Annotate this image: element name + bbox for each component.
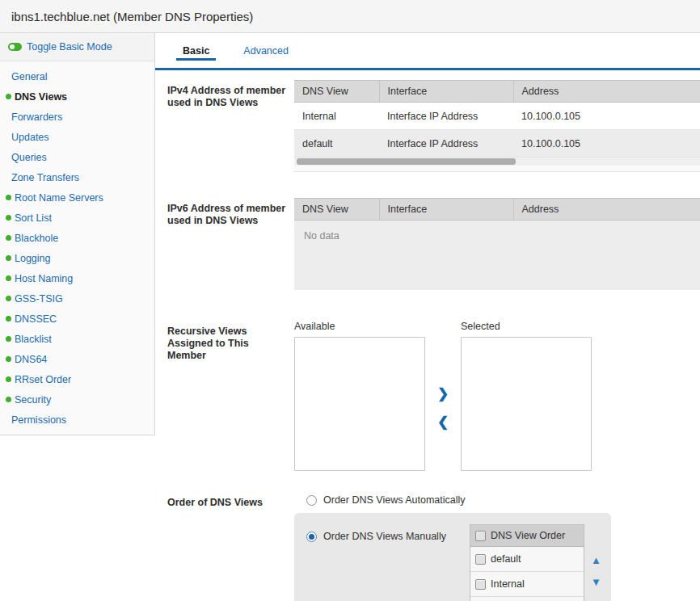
status-dot-icon <box>6 215 11 221</box>
sidebar-item-label: General <box>11 71 47 82</box>
sidebar-item-label: Security <box>15 394 51 406</box>
sidebar: Toggle Basic Mode General DNS Views Forw… <box>0 33 155 435</box>
status-dot-icon <box>6 275 11 281</box>
status-dot-icon <box>6 195 11 200</box>
no-data-text: No data <box>304 230 339 242</box>
sidebar-item-label: Forwarders <box>11 111 62 123</box>
sidebar-item-root-name-servers[interactable]: Root Name Servers <box>0 187 154 208</box>
sidebar-item-label: Sort List <box>15 212 52 224</box>
cell-dns-view: Internal <box>294 103 379 130</box>
window-titlebar: ibns1.techblue.net (Member DNS Propertie… <box>0 0 700 33</box>
order-row-label: default <box>491 553 521 565</box>
sidebar-item-gss-tsig[interactable]: GSS-TSIG <box>0 288 154 309</box>
selected-listbox[interactable] <box>461 337 592 471</box>
row-checkbox[interactable] <box>475 554 486 565</box>
tab-underline <box>155 68 700 70</box>
sidebar-item-label: Permissions <box>11 414 66 426</box>
status-dot-icon <box>6 316 11 322</box>
status-dot-icon <box>6 336 11 342</box>
move-right-button[interactable]: ❯ <box>437 387 449 401</box>
sidebar-item-security[interactable]: Security <box>0 389 154 410</box>
ipv4-col-interface[interactable]: Interface <box>379 81 513 103</box>
ipv4-table: DNS View Interface Address Internal Inte… <box>294 80 700 158</box>
sidebar-item-label: DNS Views <box>15 91 67 103</box>
sidebar-item-permissions[interactable]: Permissions <box>0 410 154 430</box>
toggle-basic-mode-button[interactable]: Toggle Basic Mode <box>0 33 154 61</box>
order-section: Order of DNS Views Order DNS Views Autom… <box>155 492 700 601</box>
order-section-label: Order of DNS Views <box>167 492 287 601</box>
sidebar-item-zone-transfers[interactable]: Zone Transfers <box>0 167 154 187</box>
ipv6-col-interface[interactable]: Interface <box>379 199 513 221</box>
sidebar-item-rrset-order[interactable]: RRset Order <box>0 369 154 389</box>
ipv4-col-dns-view[interactable]: DNS View <box>294 81 379 103</box>
sidebar-item-dnssec[interactable]: DNSSEC <box>0 309 154 329</box>
toggle-on-icon <box>8 43 22 51</box>
cell-address: 10.100.0.105 <box>513 103 700 130</box>
sidebar-item-sort-list[interactable]: Sort List <box>0 208 154 228</box>
sidebar-item-host-naming[interactable]: Host Naming <box>0 268 154 288</box>
sidebar-item-queries[interactable]: Queries <box>0 147 154 167</box>
order-auto-option[interactable]: Order DNS Views Automatically <box>306 492 700 508</box>
order-table-header: DNS View Order <box>470 525 584 547</box>
tab-bar: Basic Advanced <box>155 33 700 68</box>
ipv4-col-address[interactable]: Address <box>513 81 700 103</box>
status-dot-icon <box>6 235 11 241</box>
sidebar-item-general[interactable]: General <box>0 66 154 86</box>
move-left-button[interactable]: ❮ <box>437 415 449 429</box>
sidebar-item-label: GSS-TSIG <box>15 293 63 305</box>
sidebar-item-label: Logging <box>15 253 51 264</box>
radio-unselected-icon[interactable] <box>306 495 317 506</box>
ipv4-section: IPv4 Address of member used in DNS Views… <box>155 80 700 172</box>
sidebar-item-label: Blacklist <box>15 334 52 345</box>
order-row-label: Internal <box>491 578 525 590</box>
cell-interface: Interface IP Address <box>379 103 513 130</box>
ipv6-col-address[interactable]: Address <box>513 199 700 221</box>
sidebar-item-label: DNSSEC <box>15 313 57 325</box>
sidebar-item-blackhole[interactable]: Blackhole <box>0 228 154 248</box>
available-listbox[interactable] <box>294 337 425 471</box>
radio-selected-icon[interactable] <box>306 532 317 542</box>
move-down-button[interactable]: ▼ <box>591 577 601 587</box>
cell-dns-view: default <box>294 130 379 158</box>
sidebar-item-label: DNS64 <box>15 354 47 365</box>
table-row[interactable]: Internal Interface IP Address 10.100.0.1… <box>294 103 700 130</box>
sidebar-item-blacklist[interactable]: Blacklist <box>0 329 154 349</box>
main-content: Basic Advanced IPv4 Address of member us… <box>155 33 700 601</box>
selected-label: Selected <box>461 321 592 332</box>
tab-advanced[interactable]: Advanced <box>234 33 298 68</box>
horizontal-scrollbar[interactable] <box>294 158 700 166</box>
manual-order-panel: Order DNS Views Manually DNS View Order … <box>294 513 611 601</box>
sidebar-item-dns-views[interactable]: DNS Views <box>0 86 154 107</box>
order-manual-option[interactable]: Order DNS Views Manually <box>306 528 470 544</box>
available-label: Available <box>294 321 425 332</box>
sidebar-item-label: Zone Transfers <box>11 172 79 183</box>
order-manual-label: Order DNS Views Manually <box>323 531 446 542</box>
cell-address: 10.100.0.105 <box>513 130 700 158</box>
page-title: ibns1.techblue.net (Member DNS Propertie… <box>11 10 253 23</box>
ipv6-table: DNS View Interface Address <box>294 198 700 221</box>
recursive-views-section: Recursive Views Assigned to This Member … <box>155 321 700 471</box>
sidebar-item-dns64[interactable]: DNS64 <box>0 349 154 369</box>
status-dot-icon <box>6 356 11 362</box>
tab-basic[interactable]: Basic <box>173 33 219 68</box>
order-table-header-label: DNS View Order <box>491 530 565 541</box>
sidebar-item-forwarders[interactable]: Forwarders <box>0 107 154 127</box>
table-row[interactable]: default Interface IP Address 10.100.0.10… <box>294 130 700 158</box>
move-up-button[interactable]: ▲ <box>591 555 601 565</box>
row-checkbox[interactable] <box>475 579 486 590</box>
sidebar-item-label: Blackhole <box>15 233 58 244</box>
sidebar-item-updates[interactable]: Updates <box>0 127 154 147</box>
ipv6-empty-state: No data <box>294 221 700 290</box>
order-row-default[interactable]: default <box>470 547 584 572</box>
scrollbar-thumb[interactable] <box>297 158 516 165</box>
member-dns-properties-window: ibns1.techblue.net (Member DNS Propertie… <box>0 0 700 601</box>
ipv6-col-dns-view[interactable]: DNS View <box>294 199 379 221</box>
status-dot-icon <box>6 296 11 301</box>
select-all-checkbox[interactable] <box>475 531 486 541</box>
sidebar-item-label: RRset Order <box>15 374 71 385</box>
order-row-internal[interactable]: Internal <box>470 572 584 597</box>
status-dot-icon <box>6 376 11 382</box>
dns-view-order-table: DNS View Order default Internal <box>470 524 584 601</box>
ipv6-section-label: IPv6 Address of member used in DNS Views <box>167 198 287 290</box>
sidebar-item-logging[interactable]: Logging <box>0 248 154 268</box>
